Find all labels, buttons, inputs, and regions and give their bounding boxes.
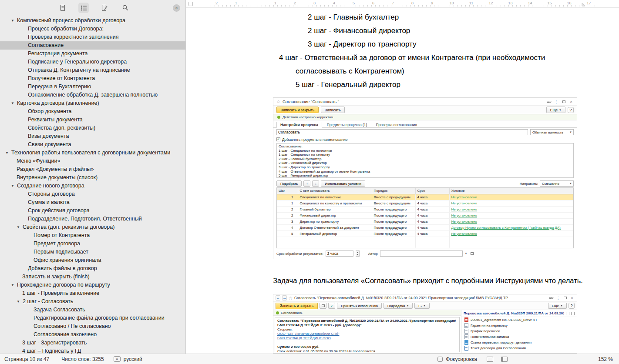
open-file-icon[interactable]	[571, 312, 575, 315]
sidebar-item[interactable]: 4 шаг – Подписать у ГД	[0, 347, 185, 354]
table-row[interactable]: 1Специалист по логистикеВместе с предыду…	[277, 194, 573, 200]
sidebar-item[interactable]: Связи документа	[0, 140, 185, 149]
attachment-item[interactable]: Гарантии на перевозку	[461, 323, 577, 328]
kebab-icon[interactable]: ⋮	[555, 296, 561, 300]
maximize-icon[interactable]	[562, 297, 568, 299]
move-down-icon[interactable]: ↓	[312, 180, 319, 187]
language-label[interactable]: русский	[124, 356, 142, 362]
sidebar-item[interactable]: 1 шаг - Проверить заполнение	[0, 289, 185, 297]
add-subjects-checkbox[interactable]: ✓	[276, 137, 280, 141]
sidebar-item[interactable]: Записать и закрыть (finish)	[0, 273, 185, 281]
sidebar-item[interactable]: Подписание у Генерального директора	[0, 58, 185, 66]
disclosure-triangle-icon[interactable]: ▼	[11, 281, 17, 289]
search-icon[interactable]	[120, 3, 131, 13]
tab-active[interactable]: Настройки процесса	[276, 122, 322, 128]
column-header[interactable]: С кем согласовать	[298, 188, 372, 194]
word-count[interactable]: Число слов: 3255	[61, 356, 104, 362]
forward-icon[interactable]: →	[282, 295, 287, 301]
sidebar-item[interactable]: ▼Прохождение договора по маршруту	[0, 281, 185, 289]
condition-link[interactable]: Не установлено	[451, 220, 477, 224]
tab-inactive[interactable]: Проверка согласования	[372, 122, 421, 127]
sidebar-close-icon[interactable]: ×	[173, 4, 180, 12]
sidebar-item[interactable]: ▼Комплексный процесс обработки договора	[0, 17, 185, 25]
direct-combo[interactable]: Смешанно▼	[540, 180, 574, 187]
use-conditions-button[interactable]: Использовать условия	[321, 180, 365, 187]
sidebar-item[interactable]: Предмет договора	[0, 240, 185, 248]
more-button[interactable]: Еще▼	[548, 303, 567, 309]
thumbnails-icon[interactable]	[57, 3, 68, 13]
disclosure-triangle-icon[interactable]: ▼	[11, 99, 17, 107]
sidebar-item[interactable]: Первым подписывает	[0, 248, 185, 256]
sidebar-item[interactable]: ▼2 шаг - Согласовать	[0, 297, 185, 306]
task-description[interactable]: Согласовать "Перевозка автомобилей Д. №0…	[275, 317, 460, 352]
sidebar-item[interactable]: Задача Согласовать	[0, 306, 185, 314]
sidebar-item[interactable]: Стороны договора	[0, 190, 185, 198]
sidebar-item[interactable]: 3 шаг - Зарегистрировать	[0, 339, 185, 347]
condition-link[interactable]: Не установлено	[451, 232, 477, 236]
attachment-item[interactable]: Схема перевозки, маршрут движения	[461, 340, 577, 345]
filter-button[interactable]: F-▼	[414, 303, 430, 309]
chevron-down-icon[interactable]: ▼	[465, 252, 468, 255]
condition-link[interactable]: Не установлено	[451, 207, 477, 211]
process-name-input[interactable]	[276, 129, 528, 135]
counterparty-link[interactable]: ООО "БЛГ Логистик Автомобили СПб"	[277, 332, 457, 336]
back-icon[interactable]: ←	[276, 295, 280, 301]
save-close-button[interactable]: Записать и закрыть	[276, 303, 318, 309]
toc-icon[interactable]	[78, 3, 89, 13]
term-stepper[interactable]	[356, 250, 360, 257]
table-row[interactable]: 3Директор по транспортуПосле предыдущего…	[277, 218, 573, 224]
attachment-item[interactable]: Пояснительная записка	[461, 334, 577, 340]
sidebar-item[interactable]: Обзор документа	[0, 107, 185, 116]
subtask-button[interactable]: Подзадача▼	[384, 303, 413, 309]
sidebar-item[interactable]: Согласовано / Не согласовано	[0, 322, 185, 331]
sidebar-item[interactable]: Визы документа	[0, 132, 185, 140]
column-header[interactable]: Шаг	[277, 188, 298, 194]
zoom-level[interactable]: 152 %	[598, 356, 613, 362]
disclosure-triangle-icon[interactable]: ▼	[5, 149, 11, 157]
sidebar-item[interactable]: ▼Создание нового договора	[0, 182, 185, 190]
help-button[interactable]: ?	[569, 303, 575, 309]
condition-link[interactable]: Договор Нужно согласовывать с Контрагент…	[451, 226, 561, 230]
open-icon[interactable]	[470, 252, 475, 255]
process-description-box[interactable]: Согласование:1 шаг - Специалист по логис…	[276, 143, 574, 178]
refresh-icon[interactable]	[566, 312, 569, 315]
sidebar-item[interactable]: Отправка Д. Контрагенту на подписание	[0, 66, 185, 74]
table-row[interactable]: 1Специалист по качеству и претензиямВмес…	[277, 200, 573, 206]
condition-link[interactable]: Не установлено	[451, 195, 477, 199]
sidebar-item[interactable]: ▼Технология работы пользователя с догово…	[0, 149, 185, 157]
move-up-icon[interactable]: ↑	[303, 180, 310, 187]
column-header[interactable]: Условие	[449, 188, 573, 194]
ruler[interactable]: 211234567891011121314151617	[186, 0, 619, 8]
document-page[interactable]: 2 шаг - Главный бухгалтер2 шаг - Финансо…	[186, 8, 619, 354]
link-icon[interactable]	[548, 296, 554, 300]
attachment-item[interactable]: 200501_Agreement No. 01-0320_BMW RT	[461, 317, 577, 323]
table-row[interactable]: 4Договор Ответственный за документПосле …	[277, 224, 573, 230]
split-view-icon[interactable]	[501, 357, 508, 362]
sidebar-item[interactable]: Редактирование файла договора при соглас…	[0, 314, 185, 322]
sidebar-item[interactable]: Подразделение, Подготовил, Ответственный	[0, 215, 185, 223]
sidebar-item[interactable]: Свойства (доп. реквизиты)	[0, 124, 185, 132]
condition-link[interactable]: Не установлено	[451, 201, 477, 205]
term-input[interactable]	[326, 250, 353, 257]
close-icon[interactable]: ×	[569, 296, 575, 300]
sidebar-item[interactable]: Реквизиты документа	[0, 116, 185, 124]
condition-link[interactable]: Не установлено	[451, 214, 477, 217]
sidebar-item[interactable]: Сумма и валюта	[0, 198, 185, 207]
sidebar-item[interactable]: Проверка корректности заполнения	[0, 33, 185, 41]
maximize-icon[interactable]	[561, 100, 566, 103]
sidebar-item[interactable]: Регистрация документа	[0, 50, 185, 58]
sidebar-item[interactable]: Срок действия договора	[0, 207, 185, 215]
attachment-item[interactable]: График перевозок	[461, 328, 577, 334]
sidebar-item[interactable]: Офис хранения оригинала	[0, 256, 185, 264]
sidebar-item[interactable]: Меню «Функции»	[0, 157, 185, 165]
sidebar-item[interactable]: Передача в Бухгалтерию	[0, 83, 185, 91]
toolbar-icon[interactable]	[320, 303, 326, 309]
annotations-icon[interactable]	[99, 3, 110, 13]
kebab-icon[interactable]: ⋮	[554, 99, 559, 104]
sidebar-item[interactable]: Номер от Контрагента	[0, 231, 185, 240]
sidebar-item[interactable]: Раздел «Документы и файлы»	[0, 165, 185, 174]
sidebar-item[interactable]: Внутренние документы (список)	[0, 174, 185, 182]
tab-inactive[interactable]: Предметы процесса (1)	[323, 122, 371, 127]
link-icon[interactable]	[546, 100, 552, 104]
disclosure-triangle-icon[interactable]: ▼	[17, 223, 23, 231]
